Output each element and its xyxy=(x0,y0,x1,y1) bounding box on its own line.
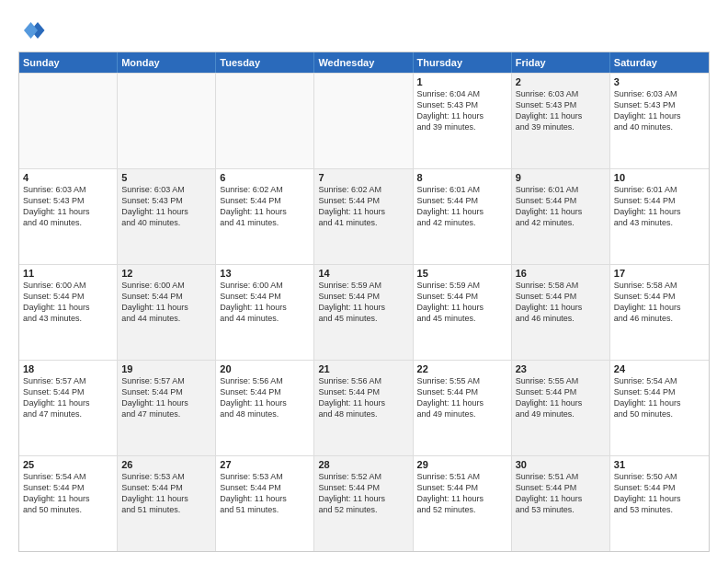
cell-text: Sunrise: 5:53 AMSunset: 5:44 PMDaylight:… xyxy=(121,471,211,516)
day-number: 16 xyxy=(516,268,606,279)
day-number: 17 xyxy=(614,268,705,279)
cal-header-cell-monday: Monday xyxy=(118,52,216,73)
logo xyxy=(18,17,50,44)
cal-cell: 7Sunrise: 6:02 AMSunset: 5:44 PMDaylight… xyxy=(314,169,413,264)
cell-text: Sunrise: 5:52 AMSunset: 5:44 PMDaylight:… xyxy=(318,471,408,516)
cell-text: Sunrise: 6:04 AMSunset: 5:43 PMDaylight:… xyxy=(417,88,507,133)
cell-text: Sunrise: 5:59 AMSunset: 5:44 PMDaylight:… xyxy=(318,280,408,325)
logo-icon xyxy=(18,17,46,44)
header xyxy=(18,17,710,44)
cell-text: Sunrise: 5:59 AMSunset: 5:44 PMDaylight:… xyxy=(417,280,507,325)
day-number: 22 xyxy=(417,363,507,374)
day-number: 11 xyxy=(23,268,113,279)
cell-text: Sunrise: 5:56 AMSunset: 5:44 PMDaylight:… xyxy=(318,375,408,420)
day-number: 12 xyxy=(121,268,211,279)
cell-text: Sunrise: 5:58 AMSunset: 5:44 PMDaylight:… xyxy=(614,280,705,325)
cal-cell: 4Sunrise: 6:03 AMSunset: 5:43 PMDaylight… xyxy=(19,169,118,264)
calendar-header: SundayMondayTuesdayWednesdayThursdayFrid… xyxy=(19,52,709,73)
day-number: 28 xyxy=(318,459,408,470)
cell-text: Sunrise: 5:53 AMSunset: 5:44 PMDaylight:… xyxy=(220,471,310,516)
cal-cell: 28Sunrise: 5:52 AMSunset: 5:44 PMDayligh… xyxy=(314,456,413,551)
cal-cell: 5Sunrise: 6:03 AMSunset: 5:43 PMDaylight… xyxy=(118,169,216,264)
cal-cell xyxy=(118,74,216,168)
cal-header-cell-sunday: Sunday xyxy=(19,52,118,73)
day-number: 6 xyxy=(220,172,310,183)
cal-cell xyxy=(314,74,413,168)
cell-text: Sunrise: 6:01 AMSunset: 5:44 PMDaylight:… xyxy=(614,184,705,229)
cal-cell: 31Sunrise: 5:50 AMSunset: 5:44 PMDayligh… xyxy=(610,456,709,551)
cell-text: Sunrise: 5:55 AMSunset: 5:44 PMDaylight:… xyxy=(417,375,507,420)
cal-cell: 17Sunrise: 5:58 AMSunset: 5:44 PMDayligh… xyxy=(610,265,709,360)
cal-cell: 14Sunrise: 5:59 AMSunset: 5:44 PMDayligh… xyxy=(314,265,413,360)
day-number: 7 xyxy=(318,172,408,183)
cal-cell: 27Sunrise: 5:53 AMSunset: 5:44 PMDayligh… xyxy=(216,456,314,551)
cal-cell: 15Sunrise: 5:59 AMSunset: 5:44 PMDayligh… xyxy=(414,265,512,360)
cell-text: Sunrise: 6:02 AMSunset: 5:44 PMDaylight:… xyxy=(220,184,310,229)
cal-cell: 24Sunrise: 5:54 AMSunset: 5:44 PMDayligh… xyxy=(610,361,709,455)
day-number: 31 xyxy=(614,459,705,470)
cal-cell: 25Sunrise: 5:54 AMSunset: 5:44 PMDayligh… xyxy=(19,456,118,551)
cal-cell: 23Sunrise: 5:55 AMSunset: 5:44 PMDayligh… xyxy=(512,361,610,455)
day-number: 30 xyxy=(516,459,606,470)
cell-text: Sunrise: 6:03 AMSunset: 5:43 PMDaylight:… xyxy=(614,88,705,133)
cell-text: Sunrise: 6:02 AMSunset: 5:44 PMDaylight:… xyxy=(318,184,408,229)
calendar: SundayMondayTuesdayWednesdayThursdayFrid… xyxy=(18,52,710,552)
cell-text: Sunrise: 6:03 AMSunset: 5:43 PMDaylight:… xyxy=(516,88,606,133)
day-number: 26 xyxy=(121,459,211,470)
cal-cell: 8Sunrise: 6:01 AMSunset: 5:44 PMDaylight… xyxy=(414,169,512,264)
cal-row-3: 18Sunrise: 5:57 AMSunset: 5:44 PMDayligh… xyxy=(19,360,709,455)
cell-text: Sunrise: 6:03 AMSunset: 5:43 PMDaylight:… xyxy=(121,184,211,229)
cal-cell: 10Sunrise: 6:01 AMSunset: 5:44 PMDayligh… xyxy=(610,169,709,264)
day-number: 29 xyxy=(417,459,507,470)
cal-cell: 26Sunrise: 5:53 AMSunset: 5:44 PMDayligh… xyxy=(118,456,216,551)
cal-cell: 9Sunrise: 6:01 AMSunset: 5:44 PMDaylight… xyxy=(512,169,610,264)
cal-cell: 2Sunrise: 6:03 AMSunset: 5:43 PMDaylight… xyxy=(512,74,610,168)
cal-row-4: 25Sunrise: 5:54 AMSunset: 5:44 PMDayligh… xyxy=(19,455,709,551)
day-number: 27 xyxy=(220,459,310,470)
cal-header-cell-tuesday: Tuesday xyxy=(216,52,314,73)
cal-cell: 19Sunrise: 5:57 AMSunset: 5:44 PMDayligh… xyxy=(118,361,216,455)
day-number: 9 xyxy=(516,172,606,183)
day-number: 21 xyxy=(318,363,408,374)
cal-cell: 6Sunrise: 6:02 AMSunset: 5:44 PMDaylight… xyxy=(216,169,314,264)
day-number: 14 xyxy=(318,268,408,279)
day-number: 10 xyxy=(614,172,705,183)
cell-text: Sunrise: 6:03 AMSunset: 5:43 PMDaylight:… xyxy=(23,184,113,229)
cal-cell xyxy=(19,74,118,168)
cell-text: Sunrise: 5:55 AMSunset: 5:44 PMDaylight:… xyxy=(516,375,606,420)
day-number: 1 xyxy=(417,76,507,87)
cal-cell xyxy=(216,74,314,168)
cal-header-cell-friday: Friday xyxy=(512,52,610,73)
day-number: 5 xyxy=(121,172,211,183)
day-number: 2 xyxy=(516,76,606,87)
day-number: 13 xyxy=(220,268,310,279)
cell-text: Sunrise: 5:58 AMSunset: 5:44 PMDaylight:… xyxy=(516,280,606,325)
cell-text: Sunrise: 5:50 AMSunset: 5:44 PMDaylight:… xyxy=(614,471,705,516)
day-number: 25 xyxy=(23,459,113,470)
cell-text: Sunrise: 6:01 AMSunset: 5:44 PMDaylight:… xyxy=(417,184,507,229)
cell-text: Sunrise: 5:57 AMSunset: 5:44 PMDaylight:… xyxy=(23,375,113,420)
cal-cell: 1Sunrise: 6:04 AMSunset: 5:43 PMDaylight… xyxy=(414,74,512,168)
cal-header-cell-thursday: Thursday xyxy=(414,52,512,73)
cal-cell: 3Sunrise: 6:03 AMSunset: 5:43 PMDaylight… xyxy=(610,74,709,168)
cell-text: Sunrise: 6:00 AMSunset: 5:44 PMDaylight:… xyxy=(23,280,113,325)
cal-row-1: 4Sunrise: 6:03 AMSunset: 5:43 PMDaylight… xyxy=(19,168,709,264)
cal-cell: 11Sunrise: 6:00 AMSunset: 5:44 PMDayligh… xyxy=(19,265,118,360)
cell-text: Sunrise: 5:56 AMSunset: 5:44 PMDaylight:… xyxy=(220,375,310,420)
day-number: 4 xyxy=(23,172,113,183)
cell-text: Sunrise: 6:01 AMSunset: 5:44 PMDaylight:… xyxy=(516,184,606,229)
cal-cell: 30Sunrise: 5:51 AMSunset: 5:44 PMDayligh… xyxy=(512,456,610,551)
day-number: 15 xyxy=(417,268,507,279)
cell-text: Sunrise: 6:00 AMSunset: 5:44 PMDaylight:… xyxy=(220,280,310,325)
cal-cell: 20Sunrise: 5:56 AMSunset: 5:44 PMDayligh… xyxy=(216,361,314,455)
cell-text: Sunrise: 5:54 AMSunset: 5:44 PMDaylight:… xyxy=(614,375,705,420)
day-number: 24 xyxy=(614,363,705,374)
cal-cell: 21Sunrise: 5:56 AMSunset: 5:44 PMDayligh… xyxy=(314,361,413,455)
cal-cell: 16Sunrise: 5:58 AMSunset: 5:44 PMDayligh… xyxy=(512,265,610,360)
cal-cell: 22Sunrise: 5:55 AMSunset: 5:44 PMDayligh… xyxy=(414,361,512,455)
day-number: 18 xyxy=(23,363,113,374)
day-number: 23 xyxy=(516,363,606,374)
cell-text: Sunrise: 5:54 AMSunset: 5:44 PMDaylight:… xyxy=(23,471,113,516)
cal-row-0: 1Sunrise: 6:04 AMSunset: 5:43 PMDaylight… xyxy=(19,73,709,168)
cell-text: Sunrise: 5:51 AMSunset: 5:44 PMDaylight:… xyxy=(417,471,507,516)
